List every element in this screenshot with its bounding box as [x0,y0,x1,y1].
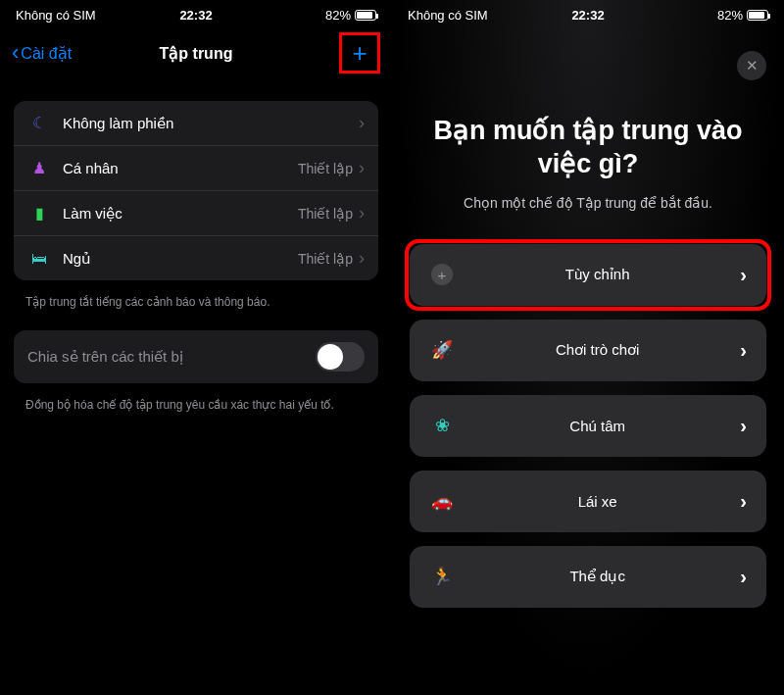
chevron-right-icon: › [740,566,747,588]
chevron-right-icon: › [740,264,747,286]
battery-icon [747,10,768,21]
option-mindfulness[interactable]: ❀ Chú tâm › [410,395,766,457]
picker-subtitle: Chọn một chế độ Tập trung để bắt đầu. [410,195,766,211]
status-bar: Không có SIM 22:32 82% [0,0,392,26]
status-bar: Không có SIM 22:32 82% [392,0,784,26]
rocket-icon: 🚀 [429,339,455,361]
chevron-right-icon: › [359,203,365,223]
option-fitness[interactable]: 🏃 Thể dục › [410,546,766,608]
focus-picker-screen: Không có SIM 22:32 82% ✕ Bạn muốn tập tr… [392,0,784,695]
chevron-right-icon: › [359,248,365,269]
focus-row-personal[interactable]: ♟ Cá nhân Thiết lập › [14,145,378,190]
focus-settings-screen: Không có SIM 22:32 82% ‹ Cài đặt Tập tru… [0,0,392,695]
focus-option-list: + Tùy chỉnh › 🚀 Chơi trò chơi › ❀ Chú tâ… [410,244,766,608]
focus-footer-text: Tập trung tắt tiếng các cảnh báo và thôn… [0,286,392,311]
carrier-text: Không có SIM [16,8,136,23]
share-footer-text: Đồng bộ hóa chế độ tập trung yêu cầu xác… [0,389,392,414]
option-driving[interactable]: 🚗 Lái xe › [410,471,766,532]
plus-icon: + [352,38,367,69]
back-label: Cài đặt [21,44,72,63]
battery-status: 82% [648,8,768,23]
back-button[interactable]: ‹ Cài đặt [12,42,72,64]
moon-icon: ☾ [27,114,51,132]
bed-icon: 🛏 [27,250,51,268]
focus-row-dnd[interactable]: ☾ Không làm phiền › [14,101,378,145]
focus-picker-content: Bạn muốn tập trung vào việc gì? Chọn một… [392,26,784,608]
battery-icon [355,10,376,21]
chevron-left-icon: ‹ [12,42,19,64]
nav-bar: ‹ Cài đặt Tập trung + [0,26,392,83]
focus-row-work[interactable]: ▮ Làm việc Thiết lập › [14,190,378,235]
picker-title: Bạn muốn tập trung vào việc gì? [410,115,766,181]
chevron-right-icon: › [740,490,747,513]
chevron-right-icon: › [359,158,365,178]
close-button[interactable]: ✕ [737,51,766,80]
battery-status: 82% [256,8,376,23]
close-icon: ✕ [746,57,759,74]
share-across-devices-row[interactable]: Chia sẻ trên các thiết bị [14,330,378,383]
car-icon: 🚗 [429,490,455,512]
flower-icon: ❀ [429,415,455,436]
running-icon: 🏃 [429,566,455,587]
plus-circle-icon: + [429,264,455,285]
chevron-right-icon: › [740,415,747,437]
focus-modes-list: ☾ Không làm phiền › ♟ Cá nhân Thiết lập … [14,101,378,280]
share-label: Chia sẻ trên các thiết bị [27,348,183,366]
chevron-right-icon: › [740,339,747,362]
badge-icon: ▮ [27,204,51,223]
focus-row-sleep[interactable]: 🛏 Ngủ Thiết lập › [14,235,378,280]
person-icon: ♟ [27,159,51,177]
carrier-text: Không có SIM [408,8,528,23]
option-gaming[interactable]: 🚀 Chơi trò chơi › [410,320,766,381]
option-custom[interactable]: + Tùy chỉnh › [410,244,766,306]
add-focus-button[interactable]: + [339,32,380,74]
chevron-right-icon: › [359,113,365,133]
share-toggle[interactable] [316,342,365,372]
clock: 22:32 [136,8,257,23]
clock: 22:32 [528,8,649,23]
